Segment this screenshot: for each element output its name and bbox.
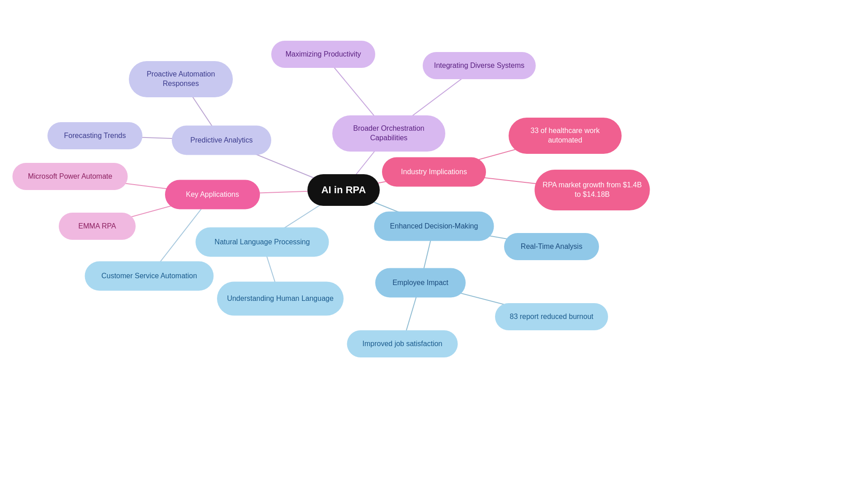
healthcare-work-node: 33 of healthcare work automated [509,118,622,154]
center-node: AI in RPA [307,174,380,206]
rpa-market-growth-node: RPA market growth from $1.4B to $14.18B [535,170,650,210]
improved-job-satisfaction-node: Improved job satisfaction [347,330,458,357]
understanding-human-language-node: Understanding Human Language [217,282,344,316]
integrating-diverse-systems-node: Integrating Diverse Systems [423,52,536,79]
reduced-burnout-node: 83 report reduced burnout [495,303,608,330]
emma-rpa-node: EMMA RPA [59,213,136,240]
nlp-node: Natural Language Processing [196,228,329,257]
mindmap-container: AI in RPAPredictive AnalyticsProactive A… [0,0,868,490]
microsoft-power-automate-node: Microsoft Power Automate [13,163,128,190]
forecasting-trends-node: Forecasting Trends [47,122,142,149]
proactive-automation-node: Proactive Automation Responses [129,61,233,97]
predictive-analytics-node: Predictive Analytics [172,126,271,155]
customer-service-automation-node: Customer Service Automation [85,262,214,291]
industry-implications-node: Industry Implications [382,157,486,187]
real-time-analysis-node: Real-Time Analysis [504,233,599,260]
enhanced-decision-making-node: Enhanced Decision-Making [374,212,494,241]
key-applications-node: Key Applications [165,180,260,209]
employee-impact-node: Employee Impact [375,268,466,298]
maximizing-productivity-node: Maximizing Productivity [271,41,375,68]
broader-orchestration-node: Broader Orchestration Capabilities [332,115,445,152]
